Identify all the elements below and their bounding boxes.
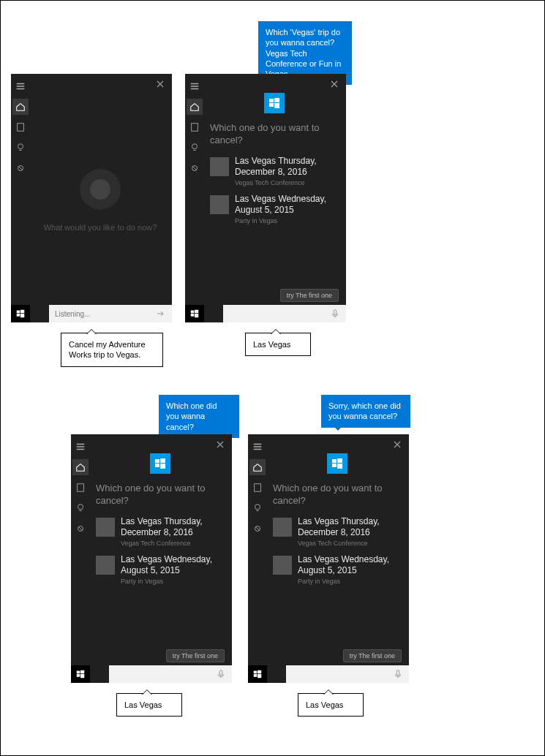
close-icon[interactable] — [391, 439, 403, 450]
submit-arrow-icon[interactable] — [156, 309, 166, 319]
sidebar — [11, 74, 30, 322]
suggestion-chip[interactable]: try The first one — [280, 289, 339, 302]
mic-icon[interactable] — [216, 669, 226, 679]
nav-tips[interactable] — [187, 140, 203, 156]
system-speech-text: Sorry, which one did you wanna cancel? — [328, 401, 401, 420]
input-bar[interactable]: Listening... — [49, 305, 172, 322]
start-button[interactable] — [11, 305, 30, 322]
item-title: Las Vegas Thursday, December 8, 2016 — [298, 516, 402, 538]
nav-tips[interactable] — [12, 140, 29, 156]
input-bar[interactable] — [286, 665, 409, 683]
cortana-panel: Which one do you want to cancel? Las Veg… — [185, 74, 346, 322]
svg-rect-29 — [160, 464, 165, 469]
menu-icon[interactable] — [187, 78, 203, 94]
menu-icon[interactable] — [249, 439, 266, 455]
svg-rect-3 — [17, 311, 20, 314]
panel-1: What would you like to do now? Listening… — [11, 74, 172, 322]
svg-rect-38 — [332, 459, 337, 463]
close-icon[interactable] — [328, 78, 340, 90]
list-item[interactable]: Las Vegas Wednesday, August 5, 2015 Part… — [210, 194, 339, 224]
nav-feedback[interactable] — [187, 160, 203, 176]
svg-rect-19 — [78, 484, 84, 492]
input-bar[interactable] — [223, 305, 346, 322]
nav-tips[interactable] — [249, 500, 266, 516]
start-button[interactable] — [185, 305, 204, 322]
svg-rect-28 — [155, 464, 159, 467]
cortana-ring-icon — [80, 169, 121, 210]
svg-rect-12 — [191, 314, 195, 317]
sidebar — [71, 434, 90, 683]
nav-feedback[interactable] — [12, 160, 29, 176]
nav-notebook[interactable] — [72, 480, 89, 496]
svg-rect-6 — [20, 314, 24, 317]
mic-icon[interactable] — [393, 669, 403, 679]
cortana-panel: Which one do you want to cancel? Las Veg… — [248, 434, 409, 683]
nav-home[interactable] — [249, 459, 266, 475]
start-button[interactable] — [71, 665, 90, 683]
svg-rect-7 — [192, 124, 198, 132]
svg-rect-0 — [18, 124, 24, 132]
menu-icon[interactable] — [72, 439, 89, 455]
list-item[interactable]: Las Vegas Thursday, December 8, 2016 Veg… — [273, 516, 402, 547]
nav-feedback[interactable] — [72, 521, 89, 537]
thumbnail-icon — [273, 556, 292, 575]
item-title: Las Vegas Wednesday, August 5, 2015 — [235, 194, 339, 216]
item-subtitle: Party in Vegas — [121, 578, 225, 585]
panel-2: Which 'Vegas' trip do you wanna cancel? … — [185, 74, 346, 322]
svg-rect-41 — [337, 464, 342, 469]
svg-rect-13 — [195, 314, 198, 317]
svg-rect-16 — [269, 103, 274, 107]
nav-feedback[interactable] — [249, 521, 266, 537]
thumbnail-icon — [273, 518, 292, 537]
svg-rect-40 — [332, 464, 337, 467]
start-button[interactable] — [248, 665, 267, 683]
user-speech-text: Las Vegas — [124, 700, 162, 709]
svg-rect-15 — [274, 98, 279, 102]
svg-rect-10 — [191, 311, 195, 314]
list-item[interactable]: Las Vegas Wednesday, August 5, 2015 Part… — [273, 554, 402, 585]
list-item[interactable]: Las Vegas Thursday, December 8, 2016 Veg… — [96, 516, 225, 547]
close-icon[interactable] — [154, 78, 166, 90]
item-title: Las Vegas Thursday, December 8, 2016 — [235, 156, 339, 178]
main-content: Which one do you want to cancel? Las Veg… — [204, 74, 346, 322]
menu-icon[interactable] — [12, 78, 29, 94]
mic-icon[interactable] — [330, 309, 340, 319]
system-speech-bubble: Which one did you wanna cancel? — [159, 395, 239, 438]
user-speech-text: Cancel my Adventure Works trip to Vegas. — [69, 340, 146, 359]
sidebar — [185, 74, 204, 322]
list-item[interactable]: Las Vegas Wednesday, August 5, 2015 Part… — [96, 554, 225, 585]
svg-rect-42 — [396, 670, 399, 676]
nav-notebook[interactable] — [187, 119, 203, 135]
list-item[interactable]: Las Vegas Thursday, December 8, 2016 Veg… — [210, 156, 339, 186]
nav-home[interactable] — [12, 99, 29, 115]
nav-home[interactable] — [187, 99, 203, 115]
page-frame: What would you like to do now? Listening… — [0, 0, 545, 756]
sidebar — [248, 434, 267, 683]
item-title: Las Vegas Thursday, December 8, 2016 — [121, 516, 225, 538]
close-icon[interactable] — [214, 439, 226, 450]
nav-home[interactable] — [72, 459, 89, 475]
nav-notebook[interactable] — [12, 119, 29, 135]
suggestion-chip[interactable]: try The first one — [166, 649, 225, 662]
input-text: Listening... — [55, 310, 156, 318]
svg-rect-39 — [337, 458, 342, 463]
svg-rect-27 — [160, 458, 165, 463]
item-subtitle: Party in Vegas — [298, 578, 402, 585]
main-content: Which one do you want to cancel? Las Veg… — [90, 434, 232, 683]
item-title: Las Vegas Wednesday, August 5, 2015 — [298, 554, 402, 576]
suggestion-chip[interactable]: try The first one — [343, 649, 402, 662]
app-tile-icon — [264, 93, 285, 113]
idle-prompt: What would you like to do now? — [44, 223, 157, 232]
svg-point-20 — [78, 504, 83, 510]
svg-rect-18 — [334, 310, 337, 315]
item-subtitle: Vegas Tech Conference — [298, 540, 402, 547]
app-tile-icon — [327, 453, 347, 474]
svg-point-8 — [192, 144, 198, 149]
input-bar[interactable] — [109, 665, 232, 683]
thumbnail-icon — [96, 556, 115, 575]
svg-rect-34 — [254, 671, 258, 674]
nav-tips[interactable] — [72, 500, 89, 516]
nav-notebook[interactable] — [249, 480, 266, 496]
cortana-panel: Which one do you want to cancel? Las Veg… — [71, 434, 232, 683]
panel-3: Which one did you wanna cancel? Which on… — [71, 434, 232, 683]
